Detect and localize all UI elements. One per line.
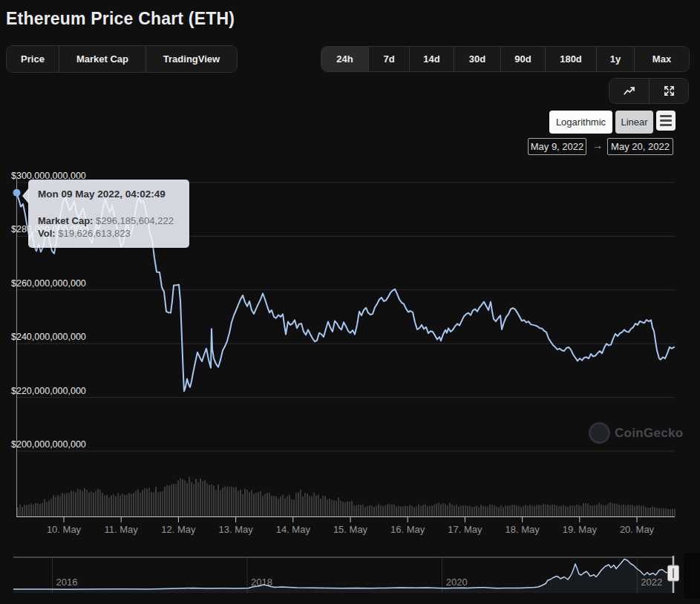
line-chart-toggle-button[interactable] xyxy=(609,79,649,103)
tooltip-volume-row: Vol: $19,626,613,823 xyxy=(38,227,180,240)
range-navigator[interactable]: 2016201820202022 xyxy=(0,549,700,604)
selected-point-marker xyxy=(13,189,21,197)
volume-bar xyxy=(416,506,417,516)
volume-bar xyxy=(115,496,117,516)
volume-bar xyxy=(456,505,457,516)
volume-bar xyxy=(565,506,566,516)
volume-bar xyxy=(558,507,560,516)
date-from-input[interactable]: May 9, 2022 xyxy=(528,138,586,155)
volume-bar xyxy=(636,505,638,516)
volume-bar xyxy=(594,505,595,516)
date-to-input[interactable]: May 20, 2022 xyxy=(607,138,673,155)
volume-bar xyxy=(235,488,237,516)
range-7d[interactable]: 7d xyxy=(368,47,409,71)
volume-bar xyxy=(300,490,301,516)
volume-bar xyxy=(333,500,335,516)
volume-bar xyxy=(193,485,194,516)
volume-bar xyxy=(378,505,379,516)
volume-bar xyxy=(39,504,41,516)
volume-bar xyxy=(467,506,468,516)
x-axis-label: 17. May xyxy=(448,524,483,535)
volume-bar xyxy=(55,497,56,516)
volume-bar xyxy=(302,496,304,516)
range-max[interactable]: Max xyxy=(634,47,689,71)
volume-bar xyxy=(157,493,159,516)
volume-bar xyxy=(133,493,134,516)
volume-bar xyxy=(336,501,337,516)
volume-bar xyxy=(37,503,39,516)
fullscreen-button[interactable] xyxy=(649,79,688,103)
volume-bar xyxy=(71,490,72,516)
volume-bar xyxy=(480,505,482,516)
volume-bar xyxy=(360,505,362,516)
volume-bar xyxy=(318,495,319,516)
volume-bar xyxy=(556,505,557,516)
volume-bar xyxy=(304,493,306,516)
volume-bar xyxy=(442,503,444,516)
volume-bar xyxy=(411,506,413,516)
linear-scale-button[interactable]: Linear xyxy=(615,111,653,134)
x-axis-label: 10. May xyxy=(47,524,82,535)
volume-bar xyxy=(311,496,313,516)
volume-bar xyxy=(387,505,388,516)
volume-bar xyxy=(271,496,272,516)
range-180d[interactable]: 180d xyxy=(545,47,596,71)
coingecko-watermark: CoinGecko xyxy=(589,422,683,444)
volume-bar xyxy=(405,505,406,516)
volume-bar xyxy=(266,493,268,516)
line-chart-icon xyxy=(623,85,636,98)
volume-bar xyxy=(471,507,473,516)
volume-bar xyxy=(540,505,542,516)
volume-bar xyxy=(458,507,459,516)
volume-bar xyxy=(155,487,157,516)
volume-bar xyxy=(605,505,606,516)
volume-bar xyxy=(126,495,128,516)
volume-bar xyxy=(563,505,564,516)
volume-bar xyxy=(643,505,644,516)
volume-bar xyxy=(166,485,168,516)
volume-bar xyxy=(478,508,480,516)
tab-tradingview[interactable]: TradingView xyxy=(145,46,237,72)
volume-bar xyxy=(24,505,25,516)
volume-bar xyxy=(647,508,649,516)
chart-context-menu-button[interactable] xyxy=(656,111,676,131)
volume-bar xyxy=(587,504,589,516)
x-axis-label: 12. May xyxy=(161,524,196,535)
volume-bar xyxy=(260,491,261,516)
volume-bar xyxy=(367,506,368,516)
volume-bar xyxy=(491,505,493,516)
volume-bar xyxy=(667,509,669,516)
volume-bar xyxy=(576,505,578,516)
volume-bar xyxy=(195,479,197,516)
volume-bar xyxy=(650,508,651,516)
range-90d[interactable]: 90d xyxy=(500,47,545,71)
volume-bar xyxy=(240,490,241,516)
navigator-right-mask xyxy=(684,553,700,599)
range-30d[interactable]: 30d xyxy=(454,47,500,71)
volume-bar xyxy=(19,505,21,516)
volume-bar xyxy=(509,505,511,516)
volume-bar xyxy=(73,491,74,516)
volume-bar xyxy=(262,496,264,516)
range-1y[interactable]: 1y xyxy=(596,47,634,71)
volume-bar xyxy=(670,509,671,516)
range-24h[interactable]: 24h xyxy=(321,47,368,71)
tab-price[interactable]: Price xyxy=(7,46,59,72)
volume-bar xyxy=(91,491,92,516)
logarithmic-scale-button[interactable]: Logarithmic xyxy=(549,111,612,134)
volume-bar xyxy=(99,490,101,516)
volume-bar xyxy=(614,504,615,516)
volume-bar xyxy=(523,506,524,516)
volume-bar xyxy=(215,490,217,516)
volume-bar xyxy=(629,505,631,516)
volume-bar xyxy=(120,496,121,516)
volume-bar xyxy=(634,506,635,516)
volume-bar xyxy=(42,503,43,516)
tab-market-cap[interactable]: Market Cap xyxy=(59,46,145,72)
range-14d[interactable]: 14d xyxy=(409,47,454,71)
volume-bar xyxy=(327,499,328,516)
volume-bar xyxy=(538,505,540,516)
volume-bar xyxy=(82,491,83,516)
volume-bar xyxy=(151,492,152,516)
volume-bar xyxy=(244,489,246,516)
